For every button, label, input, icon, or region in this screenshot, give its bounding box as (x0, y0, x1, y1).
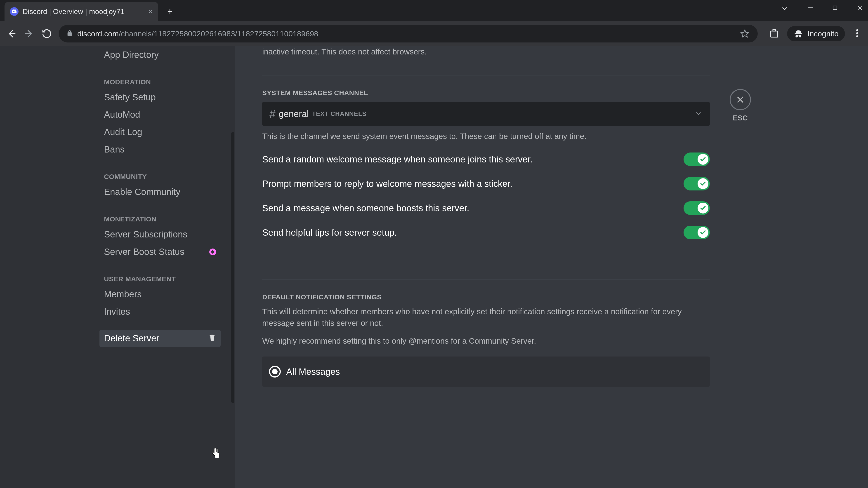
inactive-timeout-help: inactive timeout. This does not affect b… (262, 46, 710, 57)
extensions-icon[interactable] (769, 29, 780, 39)
svg-rect-7 (771, 31, 778, 37)
window-close-icon[interactable] (856, 4, 864, 15)
svg-point-11 (856, 35, 858, 37)
close-settings-panel: ESC (728, 89, 753, 122)
sidebar-divider (104, 68, 216, 68)
nav-bar: discord.com/channels/1182725800202616983… (0, 21, 868, 46)
sidebar-divider (104, 163, 216, 163)
sidebar-item-safety-setup[interactable]: Safety Setup (99, 89, 221, 106)
boost-gem-icon (209, 249, 216, 255)
reload-button[interactable] (41, 29, 53, 39)
sidebar-item-app-directory[interactable]: App Directory (99, 46, 221, 64)
toggle-switch[interactable] (684, 201, 710, 215)
sidebar-category-user-management: USER MANAGEMENT (99, 270, 221, 286)
system-channel-group: TEXT CHANNELS (312, 110, 366, 118)
hash-icon: # (270, 108, 276, 120)
settings-content: inactive timeout. This does not affect b… (235, 46, 868, 488)
sidebar-scrollbar[interactable] (231, 132, 235, 403)
browser-chrome: Discord | Overview | moodjoy71 × + disco… (0, 0, 868, 46)
system-messages-header: SYSTEM MESSAGES CHANNEL (262, 89, 710, 97)
toggle-switch[interactable] (684, 177, 710, 191)
discord-settings: App Directory MODERATION Safety Setup Au… (0, 46, 868, 488)
sidebar-category-community: COMMUNITY (99, 167, 221, 183)
radio-icon (269, 366, 281, 378)
sidebar-divider (104, 265, 216, 265)
discord-favicon-icon (10, 7, 19, 16)
trash-icon (209, 333, 216, 344)
sidebar-item-enable-community[interactable]: Enable Community (99, 183, 221, 201)
browser-menu-icon[interactable] (852, 29, 862, 39)
close-settings-button[interactable] (730, 89, 751, 110)
toggle-switch[interactable] (684, 153, 710, 166)
svg-rect-1 (833, 6, 837, 9)
chevron-down-icon (694, 109, 703, 119)
radio-all-messages[interactable]: All Messages (262, 357, 710, 387)
notification-settings-header: DEFAULT NOTIFICATION SETTINGS (262, 293, 710, 301)
minimize-icon[interactable] (807, 4, 814, 15)
svg-point-9 (856, 29, 858, 31)
sidebar-item-delete-server[interactable]: Delete Server (99, 330, 221, 347)
window-controls (780, 4, 864, 15)
settings-sidebar: App Directory MODERATION Safety Setup Au… (0, 46, 235, 488)
incognito-icon (794, 29, 803, 39)
chevron-down-icon[interactable] (780, 4, 789, 15)
sidebar-item-invites[interactable]: Invites (99, 303, 221, 320)
tab-close-icon[interactable]: × (148, 7, 153, 15)
system-channel-dropdown[interactable]: # general TEXT CHANNELS (262, 102, 710, 126)
bookmark-star-icon[interactable] (739, 29, 750, 38)
tab-bar: Discord | Overview | moodjoy71 × + (0, 0, 868, 21)
close-icon (736, 95, 745, 104)
toggle-boost-message: Send a message when someone boosts this … (262, 201, 710, 215)
system-channel-value: general (279, 109, 309, 119)
sidebar-item-subscriptions[interactable]: Server Subscriptions (99, 226, 221, 243)
toggle-setup-tips: Send helpful tips for server setup. (262, 226, 710, 239)
browser-right-actions: Incognito (769, 26, 862, 41)
new-tab-button[interactable]: + (167, 6, 173, 17)
tab-title: Discord | Overview | moodjoy71 (23, 7, 144, 16)
notification-help-2: We highly recommend setting this to only… (262, 335, 710, 347)
sidebar-category-moderation: MODERATION (99, 73, 221, 89)
incognito-badge[interactable]: Incognito (787, 26, 845, 41)
url-text: discord.com/channels/1182725800202616983… (77, 29, 318, 38)
maximize-icon[interactable] (832, 4, 838, 15)
forward-button[interactable] (24, 29, 35, 39)
svg-rect-8 (773, 30, 776, 31)
svg-marker-6 (741, 30, 748, 37)
toggle-sticker-reply: Prompt members to reply to welcome messa… (262, 177, 710, 191)
address-bar[interactable]: discord.com/channels/1182725800202616983… (59, 25, 758, 42)
svg-point-10 (856, 32, 858, 34)
sidebar-item-members[interactable]: Members (99, 286, 221, 303)
sidebar-item-bans[interactable]: Bans (99, 141, 221, 158)
toggle-switch[interactable] (684, 226, 710, 239)
system-channel-help: This is the channel we send system event… (262, 131, 710, 142)
notification-help-1: This will determine whether members who … (262, 306, 710, 329)
sidebar-divider (104, 205, 216, 205)
sidebar-item-boost-status[interactable]: Server Boost Status (99, 243, 221, 260)
browser-tab[interactable]: Discord | Overview | moodjoy71 × (4, 2, 158, 21)
section-divider (262, 75, 710, 75)
sidebar-item-automod[interactable]: AutoMod (99, 106, 221, 123)
esc-label: ESC (733, 114, 748, 122)
back-button[interactable] (6, 29, 17, 39)
sidebar-category-monetization: MONETIZATION (99, 210, 221, 226)
lock-icon (66, 30, 73, 38)
sidebar-item-audit-log[interactable]: Audit Log (99, 123, 221, 141)
toggle-welcome-message: Send a random welcome message when someo… (262, 153, 710, 166)
